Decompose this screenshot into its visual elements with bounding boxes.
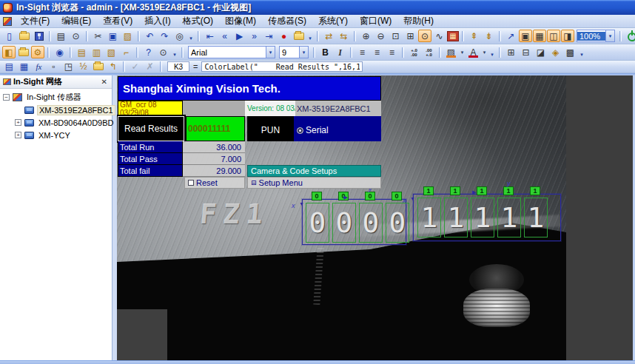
decrease-decimal-button[interactable]: .00 +.0: [422, 46, 436, 59]
view-image-button[interactable]: ▣: [519, 30, 532, 42]
go-last-button[interactable]: ⇥: [262, 30, 276, 43]
fill-color-button[interactable]: ▨: [444, 46, 458, 59]
font-color-button[interactable]: A: [466, 46, 480, 59]
setup-menu-button[interactable]: ⊟ Setup Menu: [247, 177, 381, 189]
graph-button[interactable]: ↗: [504, 30, 518, 43]
serial-radio-icon[interactable]: [297, 127, 303, 134]
snippet-folder-button[interactable]: [91, 61, 105, 73]
load-from-sensor-button[interactable]: ⇄: [322, 30, 336, 43]
menu-item-3[interactable]: 插入(I): [138, 14, 176, 28]
go-first-button[interactable]: ⇤: [203, 30, 217, 43]
select-region-button[interactable]: ▫: [47, 61, 61, 73]
cell-grid-button[interactable]: ▦: [17, 61, 31, 73]
document-icon[interactable]: [3, 17, 12, 26]
tree-expander[interactable]: +: [15, 132, 21, 138]
read-results-button[interactable]: Read Results: [118, 116, 184, 141]
struct-5-button[interactable]: ▩: [563, 46, 577, 59]
tree-expander[interactable]: −: [3, 94, 10, 101]
online-button[interactable]: [625, 30, 635, 43]
go-prev-button[interactable]: «: [218, 30, 232, 43]
view-grid-button[interactable]: ▦: [533, 30, 546, 42]
print-button[interactable]: ▤: [54, 30, 68, 43]
struct-3-button[interactable]: ◪: [534, 46, 548, 59]
toolbar-overflow-chevron[interactable]: ▾: [578, 46, 585, 59]
font-combo[interactable]: Arial▾: [188, 46, 275, 58]
zoom-level-combo[interactable]: 100%▾: [577, 30, 615, 42]
chevron-down-icon[interactable]: ▾: [299, 47, 308, 58]
pan-button[interactable]: ∿: [432, 30, 446, 43]
snippet-3-button[interactable]: ▧: [104, 46, 118, 59]
open-job-button[interactable]: [16, 46, 30, 59]
job-tools-button[interactable]: ⚙: [31, 46, 44, 58]
reset-checkbox-icon[interactable]: [188, 180, 194, 186]
close-icon[interactable]: ✕: [100, 78, 109, 86]
export-button[interactable]: ↰: [106, 61, 120, 73]
chevron-down-icon[interactable]: ▾: [266, 47, 275, 58]
cut-button[interactable]: ✂: [91, 30, 105, 43]
help-button[interactable]: ?: [141, 46, 155, 59]
toolbar-overflow-chevron[interactable]: ▾: [306, 30, 314, 43]
zoom-fit-button[interactable]: ⊞: [403, 30, 417, 43]
menu-item-8[interactable]: 窗口(W): [354, 14, 397, 28]
title-bar[interactable]: In-Sight 浏览器 - admin - [XM-3519E2A8FBC1 …: [0, 0, 635, 15]
menu-item-1[interactable]: 编辑(E): [56, 14, 97, 28]
paste-button[interactable]: ▨: [121, 30, 135, 43]
align-center-button[interactable]: ≡: [370, 46, 384, 59]
key-button[interactable]: ⌐: [119, 46, 133, 59]
redo-button[interactable]: ↷: [158, 30, 172, 43]
film-folder-button[interactable]: [292, 30, 306, 43]
menu-item-2[interactable]: 查看(V): [97, 14, 138, 28]
zoom-out-button[interactable]: ⊖: [374, 30, 388, 43]
view-overlay-button[interactable]: ◫: [547, 30, 560, 42]
view-custom-button[interactable]: ◨: [561, 30, 574, 42]
zoom-actual-button[interactable]: ⊡: [389, 30, 403, 43]
snippet-2-button[interactable]: ▥: [90, 46, 104, 59]
font-size-combo[interactable]: 9▾: [279, 46, 309, 58]
copy-button[interactable]: ▣: [106, 30, 120, 43]
window-border-bottom[interactable]: [0, 360, 635, 364]
zoom-in-button[interactable]: ⊕: [359, 30, 373, 43]
zoom-region-button[interactable]: ⊙: [418, 30, 431, 42]
zoom-cell-button[interactable]: ◳: [61, 61, 75, 73]
page-down-button[interactable]: ⇟: [482, 30, 496, 43]
struct-1-button[interactable]: ⊞: [504, 46, 518, 59]
save-button[interactable]: [32, 30, 46, 43]
increase-decimal-button[interactable]: +.0 .00: [407, 46, 421, 59]
tree-item-1[interactable]: +XM-8D9064A0D9BD: [0, 116, 112, 129]
align-left-button[interactable]: ≡: [355, 46, 369, 59]
struct-4-button[interactable]: ◈: [548, 46, 562, 59]
color-dropdown-arrow[interactable]: ▾: [481, 46, 488, 59]
half-view-button[interactable]: ½: [76, 61, 90, 73]
ocr-region-1[interactable]: 0000: [302, 199, 406, 245]
chevron-down-icon[interactable]: ▾: [605, 30, 614, 41]
image-adjust-button[interactable]: ▦: [447, 31, 459, 41]
open-button[interactable]: [17, 30, 31, 43]
menu-item-4[interactable]: 格式(O): [177, 14, 219, 28]
sensor-setup-button[interactable]: ◉: [53, 46, 67, 59]
formula-input[interactable]: [201, 61, 363, 72]
undo-button[interactable]: ↶: [143, 30, 157, 43]
new-button[interactable]: ▯: [2, 30, 16, 43]
serial-option[interactable]: Serial: [294, 116, 381, 141]
insert-function-button[interactable]: fx: [32, 61, 46, 73]
toolbar-overflow-chevron[interactable]: ▾: [488, 46, 496, 59]
cell-state-button[interactable]: ▤: [2, 61, 16, 73]
tree-item-0[interactable]: XM-3519E2A8FBC1: [0, 104, 112, 116]
page-up-button[interactable]: ⇞: [467, 30, 481, 43]
menu-item-5[interactable]: 图像(M): [219, 14, 262, 28]
spreadsheet-colors-button[interactable]: ◧: [2, 46, 16, 58]
print-preview-button[interactable]: ⊙: [69, 30, 83, 43]
toolbar-overflow-chevron[interactable]: ▾: [187, 30, 195, 43]
menu-item-6[interactable]: 传感器(S): [262, 14, 312, 28]
align-right-button[interactable]: ≡: [385, 46, 399, 59]
menu-item-9[interactable]: 帮助(H): [397, 14, 440, 28]
go-next-button[interactable]: »: [247, 30, 261, 43]
reset-button[interactable]: Reset: [184, 177, 245, 189]
tree-expander[interactable]: +: [15, 119, 21, 126]
save-to-sensor-button[interactable]: ⇆: [337, 30, 351, 43]
ocr-region-2[interactable]: 11111: [413, 194, 561, 241]
menu-item-7[interactable]: 系统(Y): [312, 14, 354, 28]
bold-button[interactable]: B: [318, 46, 332, 59]
color-dropdown-arrow[interactable]: ▾: [459, 46, 466, 59]
toolbar-overflow-chevron[interactable]: ▾: [171, 46, 178, 59]
